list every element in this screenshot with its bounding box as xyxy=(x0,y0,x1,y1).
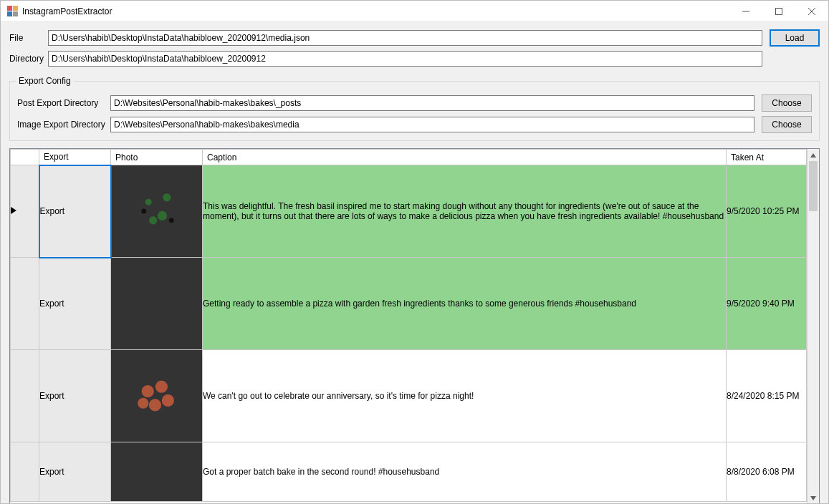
image-export-dir-input[interactable] xyxy=(110,117,754,132)
row-selector[interactable] xyxy=(11,258,39,350)
export-button[interactable]: Export xyxy=(39,258,111,350)
photo-cell xyxy=(111,350,203,442)
export-config-legend: Export Config xyxy=(16,76,74,86)
posts-grid: Export Photo Caption Taken At Export Thi… xyxy=(9,148,820,504)
row-selector[interactable] xyxy=(11,442,39,502)
caption-cell[interactable]: Got a proper batch bake in the second ro… xyxy=(203,442,727,502)
photo-cell xyxy=(111,442,203,502)
grid-header-caption[interactable]: Caption xyxy=(203,150,727,165)
grid-header-export[interactable]: Export xyxy=(39,150,111,165)
grid-header-row: Export Photo Caption Taken At xyxy=(11,150,807,165)
table-row[interactable]: Export This was delightful. The fresh ba… xyxy=(11,165,807,258)
row-selector[interactable] xyxy=(11,165,39,258)
row-selector[interactable] xyxy=(11,350,39,442)
maximize-button[interactable] xyxy=(762,1,795,22)
vertical-scrollbar[interactable] xyxy=(807,149,819,504)
scroll-thumb[interactable] xyxy=(809,161,818,211)
image-export-choose-button[interactable]: Choose xyxy=(762,116,812,133)
current-row-icon xyxy=(11,207,16,214)
post-export-dir-label: Post Export Directory xyxy=(17,98,110,108)
export-button[interactable]: Export xyxy=(39,350,111,442)
minimize-button[interactable] xyxy=(729,1,762,22)
photo-cell xyxy=(111,165,203,258)
post-export-choose-button[interactable]: Choose xyxy=(762,94,812,112)
export-button[interactable]: Export xyxy=(39,165,111,258)
caption-cell[interactable]: We can't go out to celebrate our anniver… xyxy=(203,350,727,442)
file-input[interactable] xyxy=(48,30,762,46)
table-row[interactable]: Export Getting ready to assemble a pizza… xyxy=(11,258,807,350)
export-config-group: Export Config Post Export Directory Choo… xyxy=(9,81,820,141)
image-export-dir-label: Image Export Directory xyxy=(17,120,110,130)
post-photo xyxy=(111,350,203,442)
app-icon xyxy=(6,6,18,17)
table-row[interactable]: Export Got a proper batch bake in the se… xyxy=(11,442,807,502)
file-form: File Load Directory xyxy=(1,22,828,75)
photo-cell xyxy=(111,258,203,350)
grid-header-takenat[interactable]: Taken At xyxy=(727,150,807,165)
table-row[interactable]: Export We can't go out to celebrate our … xyxy=(11,350,807,442)
svg-rect-1 xyxy=(776,8,782,14)
post-photo xyxy=(111,258,203,349)
caption-cell[interactable]: Getting ready to assemble a pizza with g… xyxy=(203,258,727,350)
svg-marker-5 xyxy=(810,153,816,158)
post-export-dir-input[interactable] xyxy=(110,95,754,111)
directory-label: Directory xyxy=(9,54,48,64)
scroll-track[interactable] xyxy=(808,161,819,492)
takenat-cell: 9/5/2020 9:40 PM xyxy=(727,258,807,350)
takenat-cell: 8/24/2020 8:15 PM xyxy=(727,350,807,442)
svg-marker-4 xyxy=(11,207,16,214)
close-button[interactable] xyxy=(795,1,828,22)
scroll-down-button[interactable] xyxy=(808,492,819,504)
grid-header-selector[interactable] xyxy=(11,150,39,165)
file-label: File xyxy=(9,33,48,43)
directory-input[interactable] xyxy=(48,51,762,67)
export-button[interactable]: Export xyxy=(39,442,111,502)
post-photo xyxy=(111,442,203,501)
post-photo xyxy=(112,165,203,257)
svg-marker-6 xyxy=(810,496,816,500)
title-bar: InstagramPostExtractor xyxy=(1,1,828,22)
takenat-cell: 9/5/2020 10:25 PM xyxy=(727,165,807,258)
load-button[interactable]: Load xyxy=(770,29,820,47)
grid-header-photo[interactable]: Photo xyxy=(111,150,203,165)
scroll-up-button[interactable] xyxy=(808,149,819,161)
caption-cell[interactable]: This was delightful. The fresh basil ins… xyxy=(203,165,727,258)
takenat-cell: 8/8/2020 6:08 PM xyxy=(727,442,807,502)
window-title: InstagramPostExtractor xyxy=(22,6,112,16)
